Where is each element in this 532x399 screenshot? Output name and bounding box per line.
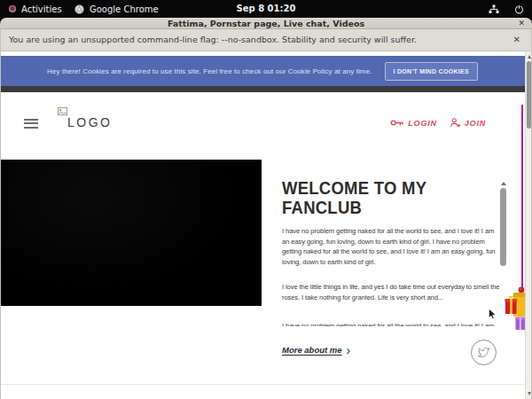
chrome-warning-bar: You are using an unsupported command-lin…: [0, 29, 532, 51]
site-logo[interactable]: LOGO: [58, 107, 111, 136]
cookie-banner: Hey there! Cookies are required to use t…: [0, 56, 525, 86]
cookie-message: Hey there! Cookies are required to use t…: [47, 67, 372, 75]
logo-alt-text: LOGO: [67, 115, 112, 129]
scrollbar-thumb[interactable]: [527, 61, 531, 129]
scrollbar-up-arrow[interactable]: [528, 55, 531, 59]
system-top-bar: Activities Google Chrome Sep 8 01:20: [0, 0, 532, 18]
mouse-cursor: [489, 309, 497, 319]
welcome-heading: WELCOME TO MY FANCLUB: [282, 178, 487, 216]
key-icon: [390, 118, 404, 128]
system-tray: [489, 0, 524, 18]
twitter-button[interactable]: [471, 340, 497, 365]
page-top-strip: [0, 86, 525, 92]
warning-close-button[interactable]: ✕: [513, 35, 520, 44]
web-page: Hey there! Cookies are required to use t…: [0, 51, 525, 399]
scrollbar-down-arrow[interactable]: [528, 392, 531, 395]
network-icon[interactable]: [489, 4, 499, 14]
browser-window: Fattima, Pornstar page, Live chat, Video…: [0, 18, 532, 29]
join-button[interactable]: JOIN: [450, 117, 486, 129]
window-title: Fattima, Pornstar page, Live chat, Video…: [0, 19, 532, 28]
browser-scrollbar: [525, 51, 532, 399]
warning-text: You are using an unsupported command-lin…: [9, 35, 417, 44]
bio-paragraph-3-clipped: I have no problem getting naked for all …: [282, 321, 501, 326]
more-about-me-link[interactable]: More about me ›: [282, 345, 350, 355]
broken-image-icon: [58, 107, 67, 117]
site-header: LOGO LOGIN JOIN: [0, 92, 525, 160]
bio-paragraph-1: I have no problem getting naked for all …: [282, 226, 501, 267]
twitter-bird-icon: [477, 346, 490, 359]
login-label: LOGIN: [408, 119, 437, 128]
bio-paragraph-2: I love the little things in life, and ye…: [282, 282, 501, 302]
cookie-accept-button[interactable]: I DON'T MIND COOKIES: [385, 62, 478, 81]
header-actions: LOGIN JOIN: [390, 117, 486, 129]
video-player[interactable]: [0, 160, 262, 306]
more-about-me-label: More about me: [282, 345, 342, 355]
desktop-screen: Activities Google Chrome Sep 8 01:20: [0, 0, 532, 399]
chevron-right-icon: ›: [347, 346, 351, 355]
inner-scrollbar-up-arrow[interactable]: [501, 182, 506, 185]
window-close-button[interactable]: ✕: [518, 19, 525, 28]
menu-hamburger-icon[interactable]: [24, 119, 38, 129]
power-icon[interactable]: [514, 4, 524, 14]
user-plus-icon: [450, 117, 461, 129]
gifts-promo-widget[interactable]: [505, 285, 525, 331]
clock[interactable]: Sep 8 01:20: [0, 0, 532, 18]
window-titlebar: Fattima, Pornstar page, Live chat, Video…: [0, 18, 532, 29]
join-label: JOIN: [465, 119, 486, 128]
login-button[interactable]: LOGIN: [390, 118, 437, 128]
inner-scrollbar-thumb[interactable]: [500, 188, 506, 266]
footer-divider: [0, 384, 525, 385]
gift-ribbon-string: [521, 105, 523, 287]
